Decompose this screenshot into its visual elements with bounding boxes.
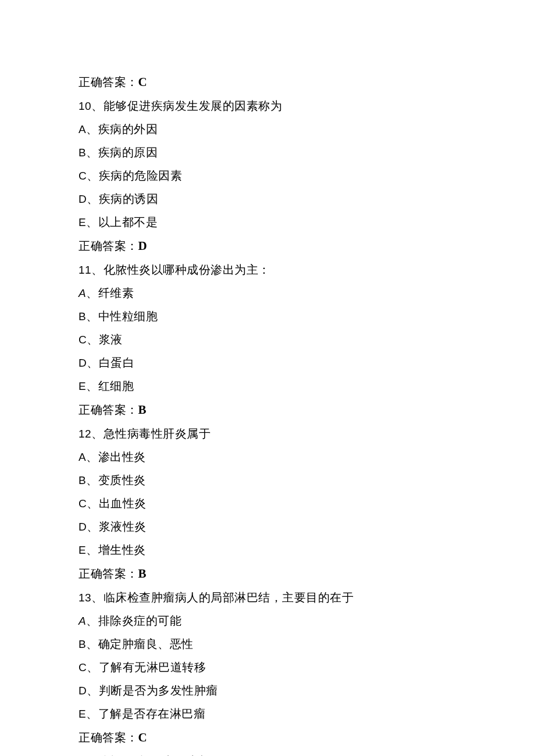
option-letter: A: [79, 615, 86, 627]
question-line: 11、化脓性炎以哪种成份渗出为主：: [79, 258, 456, 281]
option-letter: C: [79, 661, 87, 673]
option-text: 、中性粒细胞: [86, 310, 158, 323]
option-text: 、白蛋白: [87, 356, 134, 369]
option-letter: E: [79, 544, 86, 556]
question-text: 、化脓性炎以哪种成份渗出为主：: [91, 263, 270, 276]
option-line: D、疾病的诱因: [79, 187, 456, 210]
option-line: A、疾病的外因: [79, 117, 456, 141]
option-text: 、疾病的诱因: [87, 192, 158, 205]
option-text: 、增生性炎: [86, 543, 146, 556]
option-line: C、出血性炎: [79, 492, 456, 515]
question-line: 13、临床检查肿瘤病人的局部淋巴结，主要目的在于: [79, 586, 456, 609]
option-letter: E: [79, 708, 86, 720]
option-text: 、浆液: [87, 333, 123, 346]
option-letter: D: [79, 685, 87, 697]
option-line: D、判断是否为多发性肿瘤: [79, 679, 456, 702]
answer-line: 正确答案：C: [79, 70, 456, 94]
option-text: 、疾病的外因: [86, 123, 158, 135]
question-number: 11: [79, 264, 91, 276]
option-line: B、变质性炎: [79, 468, 456, 492]
option-line: D、浆液性炎: [79, 515, 456, 538]
option-text: 、确定肿瘤良、恶性: [86, 637, 194, 650]
option-letter: B: [79, 310, 86, 323]
option-letter: E: [79, 216, 86, 228]
option-line: B、确定肿瘤良、恶性: [79, 632, 456, 655]
answer-line: 正确答案：B: [79, 397, 456, 422]
option-line: C、了解有无淋巴道转移: [79, 655, 456, 679]
option-text: 、纤维素: [86, 286, 134, 299]
option-letter: D: [79, 357, 87, 369]
answer-label: 正确答案：: [79, 76, 138, 88]
answer-value: B: [138, 403, 147, 417]
option-line: B、疾病的原因: [79, 141, 456, 164]
option-text: 、排除炎症的可能: [86, 614, 181, 627]
question-number: 13: [79, 592, 91, 604]
option-letter: B: [79, 146, 86, 159]
option-text: 、疾病的危险因素: [87, 169, 182, 182]
option-letter: B: [79, 474, 86, 486]
question-text: 、能够促进疾病发生发展的因素称为: [91, 99, 282, 112]
option-text: 、渗出性炎: [86, 450, 146, 463]
option-line: B、中性粒细胞: [79, 304, 456, 328]
answer-label: 正确答案：: [79, 239, 138, 252]
option-letter: A: [79, 451, 86, 463]
option-line: E、以上都不是: [79, 210, 456, 234]
option-letter: C: [79, 170, 87, 182]
answer-value: B: [138, 567, 147, 581]
option-letter: C: [79, 334, 87, 346]
option-text: 、红细胞: [86, 379, 134, 392]
option-text: 、判断是否为多发性肿瘤: [87, 684, 218, 697]
option-line: A、渗出性炎: [79, 445, 456, 468]
answer-label: 正确答案：: [79, 567, 138, 580]
answer-label: 正确答案：: [79, 731, 138, 744]
option-line: E、了解是否存在淋巴瘤: [79, 702, 456, 725]
option-line: E、增生性炎: [79, 538, 456, 561]
option-text: 、了解是否存在淋巴瘤: [86, 707, 205, 720]
option-line: C、疾病的危险因素: [79, 164, 456, 187]
answer-line: 正确答案：B: [79, 561, 456, 586]
question-line: 12、急性病毒性肝炎属于: [79, 422, 456, 445]
option-text: 、出血性炎: [87, 497, 147, 510]
option-text: 、变质性炎: [86, 474, 146, 486]
option-line: A、纤维素: [79, 281, 456, 304]
option-line: D、白蛋白: [79, 351, 456, 374]
question-line: 14、透明血栓最常发生部位在：: [79, 750, 456, 756]
option-letter: C: [79, 497, 87, 510]
option-text: 、疾病的原因: [86, 146, 158, 159]
option-letter: D: [79, 193, 87, 205]
question-line: 10、能够促进疾病发生发展的因素称为: [79, 94, 456, 117]
option-line: C、浆液: [79, 328, 456, 351]
question-number: 12: [79, 428, 91, 440]
option-line: E、红细胞: [79, 374, 456, 397]
option-line: A、排除炎症的可能: [79, 609, 456, 632]
answer-value: D: [138, 239, 148, 253]
option-letter: A: [79, 123, 86, 135]
option-text: 、浆液性炎: [87, 520, 147, 533]
question-text: 、临床检查肿瘤病人的局部淋巴结，主要目的在于: [91, 591, 354, 604]
option-letter: D: [79, 521, 87, 533]
question-text: 、急性病毒性肝炎属于: [91, 427, 211, 440]
answer-label: 正确答案：: [79, 403, 138, 416]
option-text: 、了解有无淋巴道转移: [87, 661, 206, 673]
option-letter: A: [79, 287, 86, 299]
answer-value: C: [138, 75, 148, 89]
option-text: 、以上都不是: [86, 216, 158, 228]
option-letter: E: [79, 380, 86, 392]
answer-line: 正确答案：C: [79, 725, 456, 750]
question-number: 10: [79, 100, 91, 112]
answer-value: C: [138, 730, 148, 744]
option-letter: B: [79, 638, 86, 650]
answer-line: 正确答案：D: [79, 234, 456, 258]
